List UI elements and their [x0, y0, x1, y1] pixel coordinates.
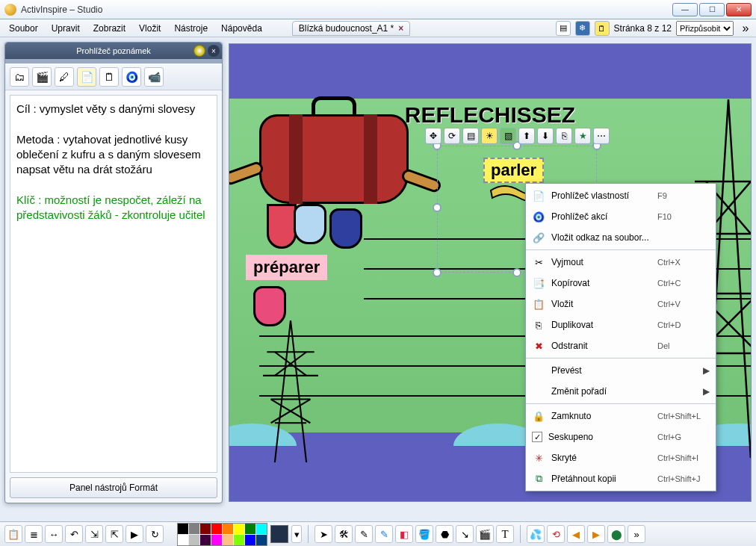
- next-page-icon[interactable]: ▶: [587, 525, 605, 543]
- vote-tool-icon[interactable]: ⬤: [607, 525, 625, 543]
- spray-tool-icon[interactable]: 💦: [527, 525, 545, 543]
- context-menu-item[interactable]: ✓SeskupenoCtrl+G: [526, 426, 716, 447]
- bb-width-icon[interactable]: ↔: [45, 525, 63, 543]
- color-swatch[interactable]: [189, 535, 199, 545]
- color-swatch[interactable]: [211, 524, 222, 534]
- overflow-icon[interactable]: »: [738, 21, 753, 36]
- connector-tool-icon[interactable]: ↘: [456, 525, 474, 543]
- notes-close-icon[interactable]: ×: [208, 45, 220, 57]
- document-tab[interactable]: Blízká budoucnost_A1 * ×: [292, 21, 410, 36]
- suitcase-graphic[interactable]: [237, 92, 439, 241]
- color-swatch[interactable]: [200, 524, 211, 534]
- menu-nastroje[interactable]: Nástroje: [168, 21, 214, 36]
- context-menu-item[interactable]: ✳SkrytéCtrl+Shift+I: [526, 447, 716, 468]
- obj-tool-dup[interactable]: ⎘: [556, 128, 572, 144]
- color-swatch[interactable]: [234, 535, 244, 545]
- context-menu-item[interactable]: Převést▶: [526, 360, 716, 381]
- color-swatch[interactable]: [245, 524, 255, 534]
- color-swatch[interactable]: [234, 524, 244, 534]
- obj-tool-front[interactable]: ⬆: [518, 128, 535, 144]
- text-tool-icon[interactable]: T: [496, 525, 514, 543]
- resize-handle-s[interactable]: [512, 268, 521, 277]
- pen-tool-icon[interactable]: ✎: [355, 525, 373, 543]
- context-menu-item[interactable]: ⎘DuplikovatCtrl+D: [526, 314, 716, 335]
- shape-tool-icon[interactable]: ⬣: [436, 525, 453, 543]
- context-menu-item[interactable]: ✖OdstranitDel: [526, 335, 716, 356]
- notes-format-toolbar-button[interactable]: Panel nástrojů Formát: [10, 477, 217, 498]
- menu-upravit[interactable]: Upravit: [46, 21, 86, 36]
- pin-icon[interactable]: [193, 45, 205, 57]
- bb-export-icon[interactable]: ⇱: [105, 525, 123, 543]
- overflow-tools-icon[interactable]: »: [628, 525, 645, 543]
- select-tool-icon[interactable]: ➤: [315, 525, 332, 543]
- snowflake-icon[interactable]: ❄: [575, 21, 590, 36]
- current-color-swatch[interactable]: [270, 525, 288, 543]
- obj-tool-star[interactable]: ★: [574, 128, 591, 144]
- bb-paste-icon[interactable]: 📋: [4, 525, 22, 543]
- notes-tool-selected[interactable]: 📄: [77, 67, 96, 87]
- bb-import-icon[interactable]: ⇲: [85, 525, 103, 543]
- color-swatch[interactable]: [200, 535, 211, 545]
- resize-handle-w[interactable]: [433, 203, 441, 212]
- annotate-icon[interactable]: ▤: [556, 21, 571, 36]
- close-button[interactable]: ✕: [726, 3, 752, 16]
- context-menu-item[interactable]: 📋VložitCtrl+V: [526, 294, 716, 314]
- context-menu-item[interactable]: 🔗Vložit odkaz na soubor...: [526, 227, 716, 248]
- sticky-note-icon[interactable]: 🗒: [595, 21, 610, 36]
- notes-tool-3[interactable]: 🖊: [55, 67, 74, 87]
- context-menu-item[interactable]: 🔒ZamknutoCtrl+Shift+L: [526, 406, 716, 426]
- sticker-parler[interactable]: parler: [483, 158, 544, 183]
- bb-undo-icon[interactable]: ↶: [65, 525, 83, 543]
- minimize-button[interactable]: —: [672, 3, 698, 16]
- notes-body[interactable]: Cíl : vymyslet věty s danými slovesy Met…: [10, 95, 217, 473]
- fill-tool-icon[interactable]: 🪣: [415, 525, 433, 543]
- context-menu-item[interactable]: ⧉Přetáhnout kopiiCtrl+Shift+J: [526, 468, 716, 489]
- notes-handle[interactable]: [5, 59, 222, 63]
- menu-vlozit[interactable]: Vložit: [133, 21, 167, 36]
- glove-icon[interactable]: [253, 286, 286, 326]
- color-swatch[interactable]: [178, 524, 188, 534]
- color-swatch[interactable]: [189, 524, 199, 534]
- menu-napoveda[interactable]: Nápověda: [215, 21, 268, 36]
- zoom-select[interactable]: Přizpůsobit: [676, 21, 734, 36]
- context-menu-item[interactable]: 📑KopírovatCtrl+C: [526, 273, 716, 294]
- notes-tool-6[interactable]: 🧿: [122, 67, 141, 87]
- prev-page-icon[interactable]: ◀: [567, 525, 585, 543]
- color-swatch[interactable]: [256, 524, 267, 534]
- notes-tool-2[interactable]: 🎬: [32, 67, 52, 87]
- obj-tool-group[interactable]: ▧: [500, 128, 516, 144]
- highlighter-tool-icon[interactable]: ✎: [375, 525, 393, 543]
- menu-zobrazit[interactable]: Zobrazit: [87, 21, 131, 36]
- reset-tool-icon[interactable]: ⟲: [547, 525, 565, 543]
- color-swatch[interactable]: [211, 535, 222, 545]
- notes-tool-5[interactable]: 🗒: [99, 67, 119, 87]
- eraser-tool-icon[interactable]: ◧: [395, 525, 413, 543]
- context-menu-item[interactable]: 🧿Prohlížeč akcíF10: [526, 206, 716, 227]
- notes-tool-7[interactable]: 📹: [144, 67, 164, 87]
- tab-close-icon[interactable]: ×: [398, 23, 403, 34]
- resize-handle-sw[interactable]: [433, 268, 441, 277]
- bb-refresh-icon[interactable]: ↻: [146, 525, 164, 543]
- obj-tool-rotate[interactable]: ⟳: [444, 128, 460, 144]
- context-menu-item[interactable]: ✂VyjmoutCtrl+X: [526, 252, 716, 273]
- color-swatch[interactable]: [223, 524, 233, 534]
- bb-play-icon[interactable]: ▶: [126, 525, 143, 543]
- color-swatch[interactable]: [223, 535, 233, 545]
- color-swatch[interactable]: [245, 535, 255, 545]
- tools-icon[interactable]: 🛠: [335, 525, 353, 543]
- page-canvas[interactable]: REFLECHISSEZ: [229, 43, 752, 502]
- insert-media-icon[interactable]: 🎬: [476, 525, 494, 543]
- palette-dropdown-icon[interactable]: ▾: [291, 525, 302, 543]
- color-swatch[interactable]: [256, 535, 267, 545]
- sticker-preparer[interactable]: préparer: [246, 255, 327, 280]
- obj-tool-menu[interactable]: ▤: [462, 128, 479, 144]
- obj-tool-edit[interactable]: ☀: [481, 128, 498, 144]
- notes-panel-title[interactable]: Prohlížeč poznámek ×: [5, 43, 222, 59]
- obj-tool-more[interactable]: ⋯: [593, 128, 610, 144]
- menu-soubor[interactable]: Soubor: [3, 21, 44, 36]
- color-swatch[interactable]: [178, 535, 188, 545]
- obj-tool-back[interactable]: ⬇: [537, 128, 554, 144]
- context-menu-item[interactable]: 📄Prohlížeč vlastnostíF9: [526, 185, 716, 206]
- context-menu-item[interactable]: Změnit pořadí▶: [526, 381, 716, 402]
- color-palette[interactable]: [177, 523, 267, 546]
